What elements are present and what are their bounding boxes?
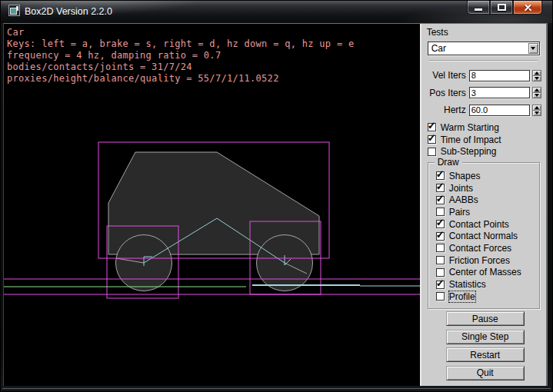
checkbox-label: Statistics: [449, 279, 486, 290]
checkbox[interactable]: [436, 208, 445, 216]
action-buttons: PauseSingle StepRestartQuit: [446, 311, 525, 384]
checkbox-label: Contact Normals: [449, 231, 518, 241]
checkbox-row[interactable]: AABBs: [436, 194, 521, 206]
down-arrow-icon: [535, 94, 539, 97]
checkbox[interactable]: [436, 292, 445, 301]
close-icon: [523, 3, 533, 12]
dropdown-button[interactable]: [528, 43, 538, 54]
minimize-button[interactable]: [467, 1, 490, 15]
spinner-down-button[interactable]: [532, 110, 541, 116]
spinner-down-button[interactable]: [532, 92, 541, 98]
window-content: CarKeys: left = a, brake = s, right = d,…: [3, 23, 548, 386]
checkbox[interactable]: [428, 135, 436, 144]
checkbox-label: Center of Masses: [449, 267, 521, 277]
spinner-label: Vel Iters: [421, 70, 466, 81]
checkbox[interactable]: [436, 256, 445, 264]
checkbox-label: Pairs: [449, 207, 470, 218]
maximize-button[interactable]: [490, 1, 513, 15]
titlebar[interactable]: Box2D Version 2.2.0: [1, 1, 552, 23]
restart-button[interactable]: Restart: [446, 347, 525, 362]
app-window: Box2D Version 2.2.0 CarKeys: left = a, b…: [0, 0, 553, 392]
checkbox-row[interactable]: Pairs: [436, 206, 521, 218]
spinner-label: Pos Iters: [421, 88, 466, 98]
hud-line: Keys: left = a, brake = s, right = d, hz…: [7, 38, 354, 50]
checkbox-row[interactable]: Contact Points: [436, 218, 521, 231]
checkbox-row[interactable]: Contact Forces: [436, 242, 521, 254]
spinner-down-button[interactable]: [532, 75, 541, 81]
checkbox[interactable]: [428, 148, 436, 156]
spinner-label: Hertz: [421, 105, 466, 115]
checkbox-label: Friction Forces: [449, 255, 510, 266]
up-arrow-icon: [535, 106, 539, 109]
chevron-down-icon: [531, 47, 535, 50]
spinner-row: Hertz: [421, 101, 546, 119]
spinner-input[interactable]: [469, 70, 530, 81]
up-arrow-icon: [535, 88, 539, 91]
spinner-row: Vel Iters: [421, 67, 546, 85]
separator: [429, 60, 538, 61]
spinner-stepper: [532, 105, 541, 116]
single-step-button[interactable]: Single Step: [446, 330, 525, 344]
checkbox-row[interactable]: Joints: [436, 182, 521, 194]
checkbox[interactable]: [436, 268, 445, 277]
spinner-input[interactable]: [469, 87, 530, 98]
checkbox-label: Time of Impact: [441, 135, 501, 145]
checkbox-label: Shapes: [449, 171, 481, 181]
spinner-rows: Vel Iters Pos Iters Hertz: [421, 67, 546, 119]
test-select[interactable]: Car: [428, 42, 540, 55]
checkbox-label: Joints: [449, 183, 473, 194]
checkbox-row[interactable]: Statistics: [436, 278, 521, 291]
draw-group-label: Draw: [435, 157, 462, 168]
checkbox[interactable]: [436, 196, 445, 204]
checkbox-label: AABBs: [449, 194, 478, 205]
checkbox[interactable]: [436, 171, 445, 180]
checkbox-row[interactable]: Contact Normals: [436, 230, 521, 242]
simulation-canvas[interactable]: CarKeys: left = a, brake = s, right = d,…: [4, 24, 420, 386]
tests-label: Tests: [427, 27, 448, 38]
quit-button[interactable]: Quit: [446, 366, 525, 380]
draw-group: Draw Shapes Joints AABBs Pairs Contact P…: [428, 162, 540, 309]
window-title: Box2D Version 2.2.0: [25, 6, 112, 17]
hud-line: frequency = 4 hz, damping ratio = 0.7: [7, 50, 354, 61]
checkbox[interactable]: [436, 184, 445, 192]
checkbox-label: Warm Starting: [441, 122, 499, 133]
test-select-value: Car: [431, 43, 446, 54]
hud-line: bodies/contacts/joints = 31/7/24: [7, 61, 354, 73]
checkbox-row[interactable]: Time of Impact: [428, 134, 501, 146]
checkbox-label: Contact Points: [449, 219, 509, 230]
draw-checkboxes: Shapes Joints AABBs Pairs Contact Points…: [436, 170, 521, 303]
control-panel: Tests Car Vel Iters Pos Iters Hert: [420, 24, 548, 386]
checkbox[interactable]: [436, 232, 445, 241]
checkbox[interactable]: [436, 244, 445, 252]
checkbox-row[interactable]: Warm Starting: [428, 121, 501, 134]
maximize-icon: [498, 4, 506, 11]
checkbox[interactable]: [436, 281, 445, 289]
checkbox-label: Profile: [449, 291, 475, 302]
hud-text: CarKeys: left = a, brake = s, right = d,…: [7, 27, 354, 85]
checkbox-row[interactable]: Center of Masses: [436, 267, 521, 279]
down-arrow-icon: [535, 111, 539, 115]
hud-line: proxies/height/balance/quality = 55/7/1/…: [7, 73, 354, 85]
minimize-icon: [475, 8, 482, 11]
checkbox[interactable]: [428, 123, 436, 131]
spinner-stepper: [532, 70, 541, 81]
checkbox-row[interactable]: Sub-Stepping: [428, 145, 501, 158]
checkbox[interactable]: [436, 220, 445, 228]
up-arrow-icon: [535, 71, 539, 75]
pause-button[interactable]: Pause: [446, 311, 525, 326]
solver-checkboxes: Warm Starting Time of Impact Sub-Steppin…: [428, 121, 501, 158]
checkbox-label: Sub-Stepping: [441, 146, 497, 157]
close-button[interactable]: [513, 1, 542, 15]
checkbox-label: Contact Forces: [449, 243, 511, 254]
checkbox-row[interactable]: Friction Forces: [436, 254, 521, 267]
spinner-row: Pos Iters: [421, 85, 546, 102]
spinner-stepper: [532, 87, 541, 98]
checkbox-row[interactable]: Shapes: [436, 170, 521, 182]
spinner-input[interactable]: [469, 105, 530, 116]
app-icon: [8, 5, 20, 16]
down-arrow-icon: [535, 77, 539, 80]
hud-line: Car: [7, 27, 354, 38]
checkbox-row[interactable]: Profile: [436, 291, 521, 303]
